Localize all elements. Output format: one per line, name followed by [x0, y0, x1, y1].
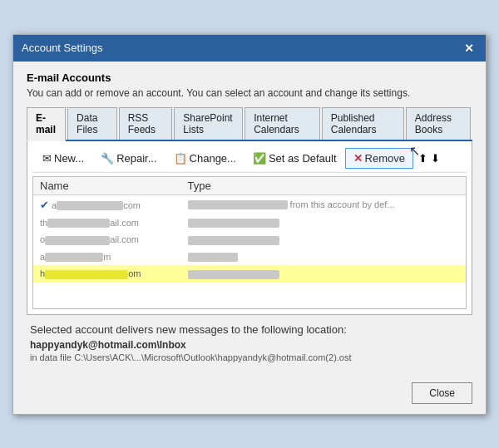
accounts-table: Name Type ✔ acom: [33, 177, 466, 283]
account-type: [181, 265, 466, 283]
account-name: thail.com: [33, 214, 181, 232]
name-blur: [45, 253, 103, 262]
toolbar-spacer: ⬆: [418, 152, 427, 165]
account-name: ✔ acom: [33, 194, 181, 214]
repair-button[interactable]: 🔧 Repair...: [94, 150, 163, 167]
type-blur: [188, 236, 279, 245]
name-blur: [45, 236, 110, 245]
remove-button[interactable]: ✕ Remove ↖: [347, 150, 412, 167]
account-type: [181, 231, 466, 249]
dialog-body: E-mail Accounts You can add or remove an…: [13, 62, 486, 376]
new-button[interactable]: ✉ New...: [36, 150, 91, 167]
change-button[interactable]: 📋 Change...: [167, 150, 243, 167]
name-blur: [57, 201, 123, 210]
info-data-file: in data file C:\Users\ACK\...\Microsoft\…: [30, 352, 469, 362]
remove-icon: ✕: [353, 152, 363, 165]
toolbar: ✉ New... 🔧 Repair... 📋 Change... ✅ Set a…: [32, 146, 467, 173]
tab-published-calendars[interactable]: Published Calendars: [322, 107, 404, 140]
section-description: You can add or remove an account. You ca…: [27, 87, 472, 99]
tab-internet-calendars[interactable]: Internet Calendars: [245, 107, 320, 140]
col-name-header: Name: [33, 177, 181, 195]
type-blur: [188, 253, 238, 262]
table-row[interactable]: am: [33, 249, 466, 266]
accounts-table-wrapper: Name Type ✔ acom: [32, 176, 467, 309]
info-description: Selected account delivers new messages t…: [30, 323, 469, 336]
tab-rss-feeds[interactable]: RSS Feeds: [119, 107, 173, 140]
change-icon: 📋: [174, 152, 187, 165]
account-type: [181, 249, 466, 266]
new-icon: ✉: [42, 152, 52, 165]
dialog-footer: Close: [13, 376, 486, 414]
repair-icon: 🔧: [101, 152, 114, 165]
title-bar: Account Settings ✕: [13, 35, 486, 62]
account-type: [181, 214, 466, 232]
dialog-title: Account Settings: [22, 42, 103, 54]
info-email: happyandyk@hotmail.com\Inbox: [30, 339, 469, 351]
section-heading: E-mail Accounts: [27, 71, 472, 84]
name-blur-selected: [45, 270, 128, 279]
default-checkmark: ✔: [40, 199, 49, 211]
account-name: hom: [33, 265, 181, 283]
tab-bar: E-mail Data Files RSS Feeds SharePoint L…: [27, 107, 472, 141]
set-default-button[interactable]: ✅ Set as Default: [246, 150, 343, 167]
tab-data-files[interactable]: Data Files: [67, 107, 117, 140]
type-blur: [188, 219, 279, 228]
type-blur: [188, 270, 279, 279]
tab-email[interactable]: E-mail: [27, 107, 66, 141]
tab-address-books[interactable]: Address Books: [406, 107, 471, 140]
col-type-header: Type: [181, 177, 466, 195]
toolbar-down-icon: ⬇: [431, 152, 440, 165]
tab-content: ✉ New... 🔧 Repair... 📋 Change... ✅ Set a…: [27, 141, 472, 315]
account-settings-dialog: Account Settings ✕ E-mail Accounts You c…: [12, 34, 487, 415]
account-name: oail.com: [33, 231, 181, 249]
table-row[interactable]: thail.com: [33, 214, 466, 232]
table-row[interactable]: hom: [33, 265, 466, 283]
account-type: from this account by def...: [181, 194, 466, 214]
close-button[interactable]: Close: [412, 382, 472, 404]
close-icon[interactable]: ✕: [461, 40, 477, 57]
tab-sharepoint-lists[interactable]: SharePoint Lists: [174, 107, 243, 140]
set-default-icon: ✅: [253, 152, 266, 165]
table-row[interactable]: oail.com: [33, 231, 466, 249]
info-section: Selected account delivers new messages t…: [27, 315, 472, 366]
table-row[interactable]: ✔ acom from this account by def...: [33, 194, 466, 214]
type-blur: [188, 200, 288, 209]
account-name: am: [33, 249, 181, 266]
name-blur: [47, 219, 110, 228]
